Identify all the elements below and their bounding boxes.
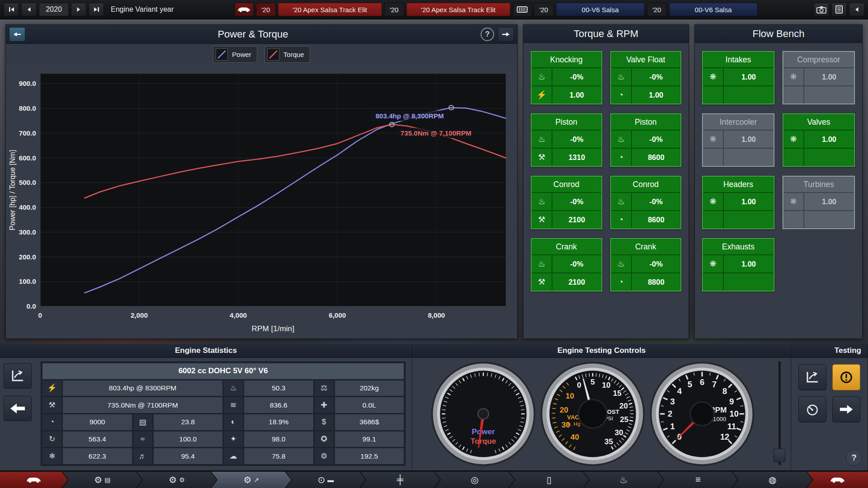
- knock-row: ♨-0%: [532, 130, 601, 148]
- svg-text:400.0: 400.0: [19, 203, 36, 211]
- svg-text:200.0: 200.0: [19, 253, 36, 261]
- toolbar-tab-bottom-end[interactable]: ⊙▬: [286, 472, 366, 488]
- toolbar-tab-exhaust[interactable]: ≡: [658, 472, 738, 488]
- fan-icon: ❋: [783, 68, 804, 85]
- svg-text:4: 4: [677, 387, 682, 396]
- flow-card-headers[interactable]: Headers❋1.00: [702, 176, 774, 229]
- limit-row: ◔8600: [611, 210, 681, 228]
- limit-row: ⚡1.00: [532, 85, 601, 103]
- rpm-limiter-button[interactable]: [798, 396, 826, 422]
- car-tab-2[interactable]: '20 Apex Salsa Track Elit: [406, 3, 510, 16]
- flow-card-turbines[interactable]: Turbines❋1.00: [783, 176, 855, 229]
- testing-help-button[interactable]: ?: [846, 450, 862, 466]
- engine-tab-short-1[interactable]: '20: [534, 3, 554, 16]
- warning-icon: [840, 371, 853, 384]
- year-first-button[interactable]: [4, 3, 19, 16]
- limit-card-piston-2[interactable]: Piston♨-0%⚒1310: [531, 113, 602, 167]
- card-title: Compressor: [783, 52, 854, 67]
- flow-card-intakes[interactable]: Intakes❋1.00: [702, 51, 774, 104]
- cost-icon: $: [315, 414, 334, 430]
- year-next-button[interactable]: [71, 3, 86, 16]
- toolbar-tab-top-end[interactable]: ╪: [360, 472, 440, 488]
- warning-toggle-button[interactable]: [832, 364, 860, 390]
- testing-panel: Testing ?: [791, 344, 868, 470]
- engine-icon: [513, 3, 532, 16]
- limit-card-crank-7[interactable]: Crank♨-0%◔8800: [610, 238, 682, 291]
- flow-card-exhausts[interactable]: Exhausts❋1.00: [702, 238, 774, 291]
- empty-cell: [703, 86, 724, 103]
- octane-icon: ✦: [224, 432, 243, 447]
- legend-item-torque[interactable]: Torque: [264, 46, 310, 63]
- legend-label: Power: [232, 51, 251, 58]
- card-title: Exhausts: [703, 239, 774, 254]
- knock-percent: -0%: [552, 193, 601, 210]
- stat-service-value: 192.5: [335, 448, 404, 464]
- emissions-icon: ☁: [224, 448, 243, 464]
- testing-graph-button[interactable]: [798, 364, 826, 390]
- flow-row: ❋1.00: [703, 192, 774, 210]
- toolbar-tab-engine-family[interactable]: ⚙⚙: [137, 472, 217, 488]
- year-last-button[interactable]: [89, 3, 104, 16]
- limit-card-piston-3[interactable]: Piston♨-0%◔8600: [610, 113, 682, 167]
- torque-rpm-panel: Torque & RPM Knocking♨-0%⚡1.00Valve Floa…: [523, 24, 689, 339]
- limit-card-conrod-5[interactable]: Conrod♨-0%◔8600: [610, 176, 682, 229]
- flow-bench-grid: Intakes❋1.00Compressor❋1.00Intercooler❋1…: [695, 43, 862, 338]
- toolbar-tab-fuel-system[interactable]: ▯: [509, 472, 589, 488]
- flow-card-compressor[interactable]: Compressor❋1.00: [783, 51, 855, 104]
- svg-text:800.0: 800.0: [19, 104, 36, 112]
- knock-percent: -0%: [552, 255, 601, 272]
- rpm-gauge: 0123456789101112RPMx1000: [649, 361, 755, 467]
- empty-cell: [724, 86, 774, 103]
- car-tab-short-2[interactable]: '20: [384, 3, 404, 16]
- stats-back-button[interactable]: [4, 396, 32, 421]
- limit-card-knocking-0[interactable]: Knocking♨-0%⚡1.00: [531, 51, 602, 104]
- toolbar-tab-engine-manager[interactable]: ⚙▤: [62, 472, 142, 488]
- toolbar-tab-car-final[interactable]: [807, 472, 868, 488]
- torque-rpm-title: Torque & RPM: [524, 25, 689, 43]
- gauge-icon: [806, 403, 819, 416]
- limit-row: ◔1.00: [611, 85, 681, 103]
- engine-tab-2[interactable]: 00-V6 Salsa: [669, 3, 758, 16]
- toolbar-tab-test[interactable]: ◍: [732, 472, 812, 488]
- notes-button[interactable]: [831, 3, 847, 16]
- engine-testing-controls-panel: Engine Testing Controls PowerTorque 0510…: [412, 344, 791, 470]
- legend-item-power[interactable]: Power: [213, 46, 257, 63]
- toolbar-tab-engine-testing[interactable]: ⚙↗: [211, 472, 291, 488]
- toolbar-tab-car-design[interactable]: [0, 472, 68, 488]
- toolbar-tab-aspiration[interactable]: ◎: [435, 472, 515, 488]
- chart-back-button[interactable]: [9, 27, 25, 42]
- limit-row: ◔8800: [611, 272, 681, 291]
- flow-multiplier: 1.00: [724, 255, 774, 272]
- chart-forward-button[interactable]: [498, 27, 514, 42]
- flow-card-valves[interactable]: Valves❋1.00: [783, 113, 855, 167]
- chart-help-button[interactable]: ?: [481, 28, 494, 41]
- car-tab-1[interactable]: '20 Apex Salsa Track Elit: [278, 3, 382, 16]
- stats-row-2: ⚒735.0Nm @ 7100RPM≋836.6✚0.0L: [42, 397, 404, 413]
- screenshot-button[interactable]: [814, 3, 829, 16]
- year-prev-button[interactable]: [21, 3, 37, 16]
- empty-row: [783, 148, 854, 166]
- collapse-topbar-button[interactable]: [849, 3, 864, 16]
- limit-card-crank-6[interactable]: Crank♨-0%⚒2100: [531, 238, 602, 291]
- toolbar-tab-cooling[interactable]: ♨: [584, 472, 664, 488]
- limit-value: 2100: [552, 211, 601, 228]
- reliability-icon: ✪: [315, 432, 334, 447]
- limit-value: 8600: [632, 149, 681, 166]
- limit-card-valve-float-1[interactable]: Valve Float♨-0%◔1.00: [610, 51, 682, 104]
- stats-graph-button[interactable]: [4, 363, 32, 389]
- car-tab-short-1[interactable]: '20: [256, 3, 276, 16]
- slider-thumb[interactable]: [774, 449, 785, 462]
- engine-tab-1[interactable]: 00-V6 Salsa: [556, 3, 645, 16]
- svg-text:600.0: 600.0: [19, 154, 36, 162]
- limit-card-conrod-4[interactable]: Conrod♨-0%⚒2100: [531, 176, 602, 229]
- run-test-button[interactable]: [832, 396, 860, 422]
- flow-card-intercooler[interactable]: Intercooler❋1.00: [702, 113, 774, 167]
- limit-row: ⚒1310: [532, 148, 601, 166]
- card-title: Headers: [703, 177, 774, 192]
- stat-peak-torque-value: 735.0Nm @ 7100RPM: [63, 397, 222, 413]
- engine-tab-short-2[interactable]: '20: [647, 3, 667, 16]
- svg-text:15: 15: [613, 389, 621, 398]
- svg-text:0: 0: [577, 381, 581, 389]
- limit-value: 2100: [552, 273, 601, 291]
- throttle-slider[interactable]: [774, 361, 785, 465]
